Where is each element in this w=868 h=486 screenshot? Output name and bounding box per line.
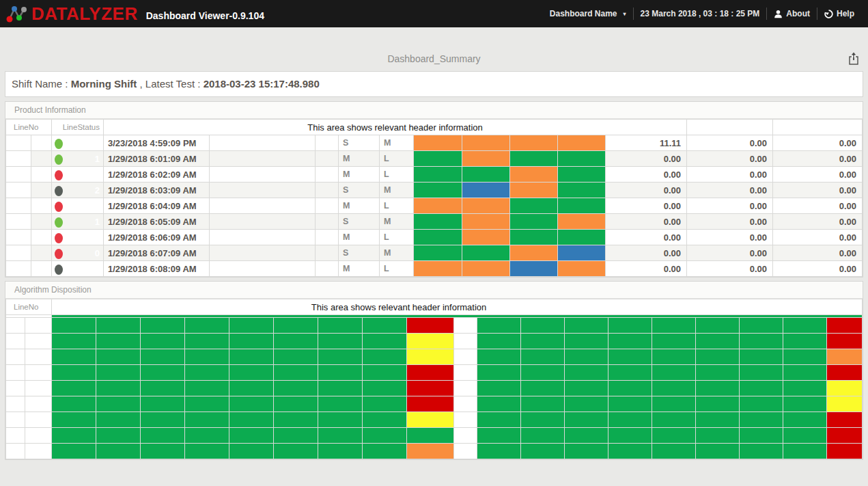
timestamp-cell: 1/29/2018 6:06:09 AM bbox=[104, 230, 210, 245]
lineno-cell bbox=[6, 428, 25, 444]
disposition-cell-green bbox=[521, 318, 565, 334]
disposition-cell-green bbox=[318, 444, 363, 459]
disposition-cell-green bbox=[740, 365, 783, 381]
disposition-cell-green bbox=[652, 349, 696, 365]
disposition-cell-green bbox=[185, 412, 229, 428]
size-cell: L bbox=[380, 198, 414, 214]
dashboard-name-menu[interactable]: Dashboard Name ▾ bbox=[543, 9, 633, 18]
column-header-empty bbox=[687, 120, 773, 135]
disposition-status-cell-red bbox=[827, 444, 863, 459]
gap-cell bbox=[454, 396, 477, 412]
empty-cell bbox=[316, 198, 339, 214]
disposition-status-cell-green bbox=[407, 428, 454, 444]
status-grid-cell-green bbox=[414, 245, 462, 261]
disposition-cell-green bbox=[565, 334, 608, 349]
disposition-cell-green bbox=[229, 428, 274, 444]
export-button[interactable] bbox=[848, 52, 860, 66]
empty-cell bbox=[210, 214, 316, 230]
lineno-cell bbox=[6, 135, 31, 151]
product-row: 11/29/2018 6:01:09 AMML0.000.000.00 bbox=[6, 151, 863, 167]
disposition-cell-green bbox=[318, 334, 363, 349]
disposition-cell-green bbox=[363, 318, 407, 334]
value-cell: 0.00 bbox=[687, 167, 773, 183]
value-cell: 0.00 bbox=[687, 214, 773, 230]
disposition-cell-green bbox=[363, 428, 407, 444]
gap-cell bbox=[454, 412, 477, 428]
disposition-cell-green bbox=[52, 318, 96, 334]
disposition-cell-green bbox=[363, 396, 407, 412]
linestatus-cell: 1 bbox=[52, 214, 104, 230]
size-cell: S bbox=[339, 135, 380, 151]
disposition-status-cell-red bbox=[827, 365, 863, 381]
disposition-cell-green bbox=[521, 365, 565, 381]
disposition-cell-green bbox=[740, 412, 783, 428]
status-grid-cell-green bbox=[414, 214, 462, 230]
latest-test-value: 2018-03-23 15:17:48.980 bbox=[204, 78, 320, 90]
status-dot-red bbox=[55, 202, 63, 212]
value-cell: 11.11 bbox=[606, 135, 687, 151]
disposition-cell-green bbox=[521, 381, 565, 396]
disposition-cell-green bbox=[521, 349, 565, 365]
size-cell: M bbox=[380, 135, 414, 151]
disposition-status-cell-red bbox=[827, 412, 863, 428]
disposition-cell-green bbox=[318, 349, 363, 365]
empty-cell bbox=[316, 245, 339, 261]
status-grid-cell-blue bbox=[558, 245, 606, 261]
help-button[interactable]: Help bbox=[817, 9, 861, 18]
algorithm-row bbox=[6, 396, 863, 412]
status-grid-cell-green bbox=[462, 245, 510, 261]
value-cell: 0.00 bbox=[773, 198, 863, 214]
empty-cell bbox=[210, 151, 316, 167]
gap-cell bbox=[454, 381, 477, 396]
size-cell: S bbox=[339, 245, 380, 261]
status-grid-cell-green bbox=[510, 151, 558, 167]
disposition-status-cell-yellow bbox=[827, 381, 863, 396]
disposition-cell-green bbox=[363, 412, 407, 428]
lineno-cell bbox=[6, 167, 31, 183]
disposition-cell-green bbox=[274, 396, 318, 412]
linestatus-cell: 2 bbox=[52, 183, 104, 198]
disposition-cell-green bbox=[783, 365, 827, 381]
lineno-cell bbox=[6, 151, 31, 167]
brand-group: DATALYZER Dashboard Viewer-0.9.104 bbox=[5, 3, 264, 25]
disposition-cell-green bbox=[477, 334, 521, 349]
disposition-cell-green bbox=[141, 444, 185, 459]
lineno-cell bbox=[6, 334, 25, 349]
disposition-cell-green bbox=[52, 381, 96, 396]
empty-cell bbox=[316, 151, 339, 167]
disposition-status-cell-yellow bbox=[827, 396, 863, 412]
disposition-cell-green bbox=[783, 349, 827, 365]
disposition-cell-green bbox=[565, 428, 608, 444]
disposition-cell-green bbox=[652, 428, 696, 444]
algorithm-row bbox=[6, 334, 863, 349]
disposition-cell-green bbox=[565, 318, 608, 334]
about-label: About bbox=[786, 9, 810, 18]
disposition-cell-green bbox=[141, 365, 185, 381]
gap-cell bbox=[454, 349, 477, 365]
algorithm-row bbox=[6, 318, 863, 334]
disposition-cell-green bbox=[52, 349, 96, 365]
about-button[interactable]: About bbox=[767, 9, 817, 18]
disposition-status-cell-yellow bbox=[407, 349, 454, 365]
column-header-lineno: LineNo bbox=[6, 299, 52, 315]
summary-band: Dashboard_Summary bbox=[0, 27, 868, 71]
disposition-cell-green bbox=[185, 365, 229, 381]
linestatus-cell bbox=[52, 135, 104, 151]
status-grid-cell-blue bbox=[510, 261, 558, 277]
disposition-cell-green bbox=[652, 365, 696, 381]
lineno-cell bbox=[31, 245, 52, 261]
disposition-status-cell-red bbox=[407, 396, 454, 412]
top-bar-right: Dashboard Name ▾ 23 March 2018 , 03 : 18… bbox=[543, 8, 861, 20]
algorithm-disposition-section: Algorithm Disposition LineNo This area s… bbox=[5, 281, 863, 460]
disposition-cell-green bbox=[141, 349, 185, 365]
disposition-cell-green bbox=[96, 381, 141, 396]
disposition-cell-green bbox=[565, 365, 608, 381]
status-dot-red bbox=[55, 249, 63, 259]
timestamp-cell: 3/23/2018 4:59:09 PM bbox=[104, 135, 210, 151]
disposition-cell-green bbox=[608, 334, 652, 349]
status-grid-cell-orange bbox=[414, 261, 462, 277]
status-dot-red bbox=[55, 170, 63, 180]
status-grid-cell-green bbox=[558, 230, 606, 245]
disposition-cell-green bbox=[96, 334, 141, 349]
disposition-cell-green bbox=[363, 334, 407, 349]
